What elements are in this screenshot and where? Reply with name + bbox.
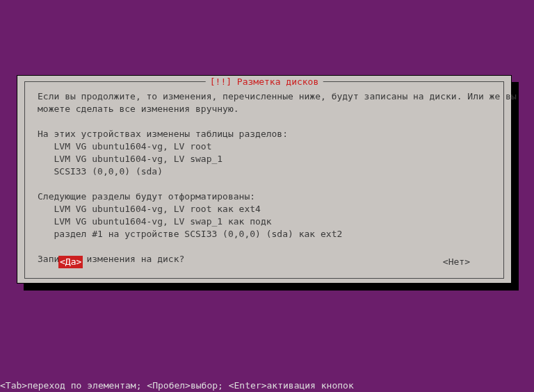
partition-dialog: [!!] Разметка дисков Если вы продолжите,…	[17, 75, 512, 284]
dialog-border: [!!] Разметка дисков Если вы продолжите,…	[24, 81, 504, 279]
yes-button[interactable]: <Да>	[58, 256, 83, 268]
dialog-body: Если вы продолжите, то изменения, перечи…	[38, 90, 491, 266]
help-bar: <Tab>переход по элементам; <Пробел>выбор…	[0, 379, 354, 392]
dialog-title: [!!] Разметка дисков	[206, 76, 323, 88]
dialog-buttons: <Да> <Нет>	[58, 256, 470, 268]
no-button[interactable]: <Нет>	[443, 256, 470, 268]
